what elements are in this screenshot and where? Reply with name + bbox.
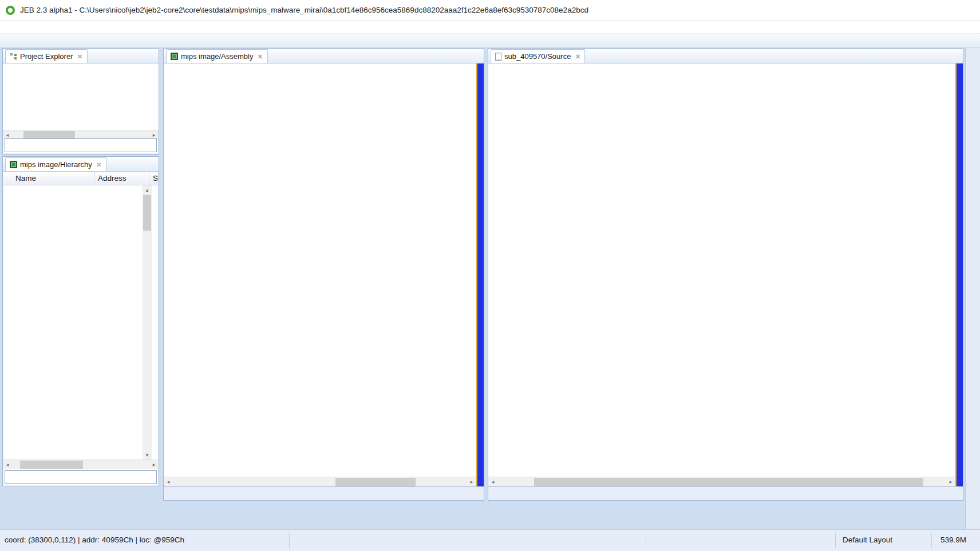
project-tree	[3, 64, 159, 130]
divider	[931, 533, 932, 548]
hierarchy-filter-input[interactable]	[5, 470, 157, 484]
panel-buttons	[155, 157, 159, 171]
tab-project-explorer[interactable]: Project Explorer ✕	[5, 49, 88, 63]
source-overview-ruler[interactable]	[955, 64, 963, 486]
title-bar: JEB 2.3 alpha1 - C:\Users\nicol\jeb2\jeb…	[0, 0, 980, 21]
hierarchy-panel: mips image/Hierarchy ✕ Name Address S ▴ …	[2, 156, 159, 486]
tab-label: mips image/Assembly	[181, 52, 253, 61]
hierarchy-table	[3, 185, 159, 459]
horizontal-scrollbar[interactable]: ◂ ▸	[488, 477, 955, 486]
project-explorer-panel: Project Explorer ✕ ◂ ▸	[2, 48, 159, 154]
assembly-panel: mips image/Assembly ✕ ◂ ▸	[163, 48, 484, 501]
source-bottom-tabs	[488, 486, 963, 500]
assembly-editor[interactable]	[164, 64, 476, 477]
assembly-header: mips image/Assembly ✕	[164, 49, 484, 64]
tab-label: mips image/Hierarchy	[20, 160, 92, 169]
column-address[interactable]: Address	[94, 172, 149, 185]
tab-assembly-view[interactable]: mips image/Assembly ✕	[166, 49, 268, 63]
toolbar	[0, 34, 980, 48]
close-icon[interactable]: ✕	[257, 53, 263, 61]
close-icon[interactable]: ✕	[77, 53, 82, 61]
source-header: sub_409570/Source ✕	[488, 49, 963, 64]
chip-icon	[171, 53, 178, 60]
project-filter-input[interactable]	[5, 138, 157, 152]
window-title: JEB 2.3 alpha1 - C:\Users\nicol\jeb2\jeb…	[20, 6, 588, 14]
assembly-overview-ruler[interactable]	[476, 64, 484, 486]
divider	[835, 533, 836, 548]
vertical-scrollbar[interactable]: ▴ ▾	[143, 185, 152, 459]
project-explorer-header: Project Explorer ✕	[3, 49, 159, 64]
status-coordinates: coord: (38300,0,112) | addr: 40959Ch | l…	[5, 536, 184, 544]
fast-view-dock	[965, 48, 980, 529]
column-size[interactable]: S	[149, 172, 159, 185]
jeb-logo-icon	[6, 6, 15, 15]
assembly-bottom-tabs	[164, 486, 484, 500]
tab-label: Project Explorer	[20, 52, 73, 61]
panel-buttons	[155, 49, 159, 63]
table-header[interactable]: Name Address S	[3, 172, 159, 185]
tab-hierarchy[interactable]: mips image/Hierarchy ✕	[5, 157, 106, 171]
horizontal-scrollbar[interactable]: ◂ ▸	[3, 459, 159, 469]
source-panel: sub_409570/Source ✕ ◂ ▸	[488, 48, 963, 501]
column-name[interactable]: Name	[3, 172, 94, 185]
panel-buttons	[480, 49, 484, 63]
divider	[646, 533, 646, 548]
document-icon	[495, 53, 501, 61]
close-icon[interactable]: ✕	[96, 161, 102, 169]
tab-source-view[interactable]: sub_409570/Source ✕	[491, 49, 585, 63]
menu-bar	[0, 21, 980, 34]
project-explorer-icon	[10, 53, 17, 60]
status-memory: 539.9M	[941, 536, 966, 544]
tab-label: sub_409570/Source	[504, 52, 571, 61]
source-editor[interactable]	[488, 64, 955, 477]
chip-icon	[10, 161, 17, 168]
close-icon[interactable]: ✕	[575, 53, 580, 61]
status-bar: coord: (38300,0,112) | addr: 40959Ch | l…	[0, 529, 980, 551]
horizontal-scrollbar[interactable]: ◂ ▸	[164, 477, 476, 486]
panel-buttons	[959, 49, 963, 63]
status-layout[interactable]: Default Layout	[843, 536, 892, 544]
hierarchy-header: mips image/Hierarchy ✕	[3, 157, 159, 172]
jeb-window: JEB 2.3 alpha1 - C:\Users\nicol\jeb2\jeb…	[0, 0, 980, 551]
divider	[289, 533, 290, 548]
